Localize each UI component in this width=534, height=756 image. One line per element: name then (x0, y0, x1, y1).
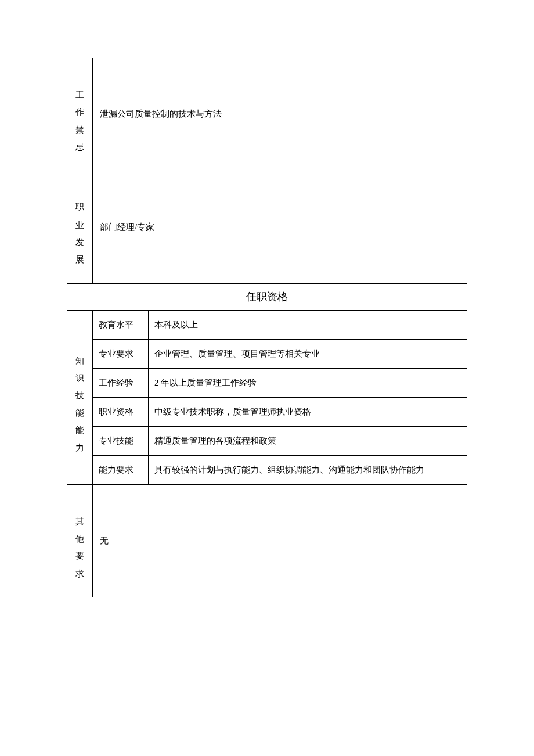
edu-value: 本科及以上 (149, 310, 467, 339)
ability-label: 能力要求 (93, 455, 149, 484)
ability-value: 具有较强的计划与执行能力、组织协调能力、沟通能力和团队协作能力 (149, 455, 467, 484)
cert-value: 中级专业技术职称，质量管理师执业资格 (149, 397, 467, 426)
major-value: 企业管理、质量管理、项目管理等相关专业 (149, 339, 467, 368)
edu-label: 教育水平 (93, 310, 149, 339)
career-dev-label: 职业发展 (67, 171, 93, 283)
skill-label: 专业技能 (93, 426, 149, 455)
work-taboo-label: 工作禁忌 (67, 58, 93, 171)
career-dev-content: 部门经理/专家 (93, 171, 467, 283)
work-taboo-content: 泄漏公司质量控制的技术与方法 (93, 58, 467, 171)
cert-label: 职业资格 (93, 397, 149, 426)
job-spec-table: 工作禁忌 泄漏公司质量控制的技术与方法 职业发展 部门经理/专家 任职资格 知识… (67, 58, 467, 597)
skill-value: 精通质量管理的各项流程和政策 (149, 426, 467, 455)
major-label: 专业要求 (93, 339, 149, 368)
qualification-group-label: 知识技能能力 (67, 310, 93, 484)
other-req-label: 其他要求 (67, 484, 93, 597)
section-header: 任职资格 (67, 283, 467, 310)
exp-value: 2 年以上质量管理工作经验 (149, 368, 467, 397)
exp-label: 工作经验 (93, 368, 149, 397)
other-req-content: 无 (93, 484, 467, 597)
